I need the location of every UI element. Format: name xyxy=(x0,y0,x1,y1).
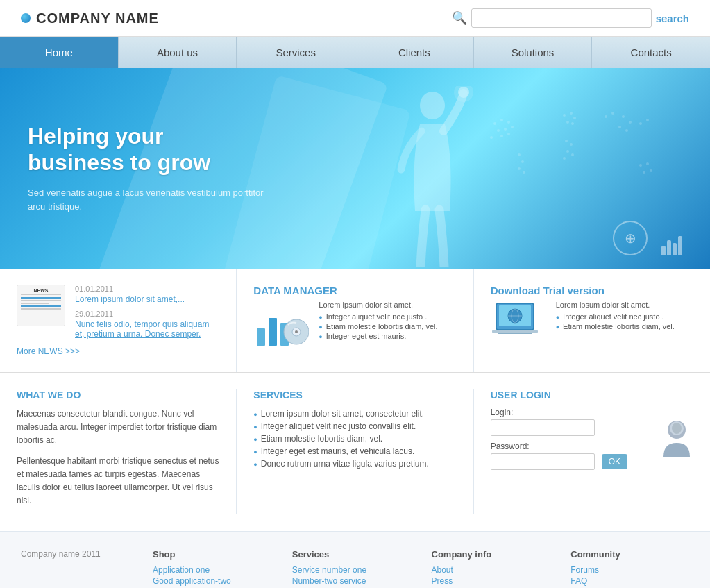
svg-point-35 xyxy=(521,160,524,163)
login-label: Login: xyxy=(491,408,653,417)
svg-point-18 xyxy=(570,143,573,146)
svg-point-33 xyxy=(643,171,645,174)
svg-point-0 xyxy=(420,92,445,119)
svg-point-4 xyxy=(500,119,503,121)
main-content: NEWS 01.01.2011 Lorem ipsum dolor sit am… xyxy=(0,269,710,588)
hero-bottom-icons: ⊕ xyxy=(613,221,682,255)
login-input[interactable] xyxy=(491,419,595,436)
footer-link[interactable]: FAQ xyxy=(570,576,689,586)
hero-content: Helping your business to grow Sed venena… xyxy=(0,102,291,235)
user-login-title: USER LOGIN xyxy=(491,389,693,401)
svg-point-11 xyxy=(507,133,510,135)
svg-point-24 xyxy=(622,115,625,118)
list-item: Integer eget est mauris, et vehicula lac… xyxy=(253,445,456,457)
nav-item-services[interactable]: Services xyxy=(237,37,355,68)
svg-point-27 xyxy=(625,129,628,132)
svg-point-53 xyxy=(672,423,682,434)
bar-chart-icon xyxy=(661,221,682,255)
footer-link[interactable]: Forums xyxy=(570,565,689,575)
search-button[interactable]: search xyxy=(656,12,689,24)
header: COMPANY NAME 🔍 search xyxy=(0,0,710,37)
footer-copy: Company name 2011 xyxy=(21,549,132,588)
what-we-do-para-2: Pellentesque habitant morbi tristique se… xyxy=(17,455,219,508)
svg-point-29 xyxy=(646,119,649,121)
footer: Company name 2011 Shop Application one G… xyxy=(0,532,710,588)
what-we-do-para-1: Maecenas consectetur blandit congue. Nun… xyxy=(17,408,219,448)
search-area: 🔍 search xyxy=(452,8,689,28)
svg-point-8 xyxy=(511,126,514,128)
footer-company-title: Company info xyxy=(432,549,550,560)
svg-point-25 xyxy=(629,121,632,124)
svg-point-16 xyxy=(571,122,574,125)
password-input[interactable] xyxy=(491,453,595,470)
svg-point-5 xyxy=(507,121,510,124)
three-col-section: NEWS 01.01.2011 Lorem ipsum dolor sit am… xyxy=(0,269,710,373)
news-paper-label: NEWS xyxy=(21,288,61,295)
svg-point-28 xyxy=(639,122,642,125)
svg-point-34 xyxy=(518,153,521,156)
svg-point-36 xyxy=(518,167,521,170)
svg-point-37 xyxy=(523,171,525,174)
search-icon: 🔍 xyxy=(452,10,467,26)
footer-link[interactable]: About xyxy=(432,565,550,575)
svg-point-31 xyxy=(646,162,649,165)
news-icon: NEWS xyxy=(17,285,65,326)
nav-item-solutions[interactable]: Solutions xyxy=(474,37,593,68)
target-icon: ⊕ xyxy=(613,221,648,255)
services-title: SERVICES xyxy=(253,389,456,401)
footer-link[interactable]: Service number one xyxy=(292,565,411,575)
footer-col-community: Community Forums FAQ Search tips Site ma… xyxy=(570,549,689,588)
footer-shop-title: Shop xyxy=(153,549,271,560)
services-block: SERVICES Lorem ipsum dolor sit amet, con… xyxy=(237,389,473,514)
svg-point-43 xyxy=(295,330,298,333)
svg-point-15 xyxy=(566,121,569,124)
nav-item-clients[interactable]: Clients xyxy=(355,37,474,68)
footer-link[interactable]: Press xyxy=(432,576,550,586)
svg-point-22 xyxy=(605,115,607,118)
footer-link[interactable]: Number-two service xyxy=(292,576,411,586)
services-list: Lorem ipsum dolor sit amet, consectetur … xyxy=(253,408,456,470)
news-more-link[interactable]: More NEWS >>> xyxy=(17,346,80,356)
footer-community-title: Community xyxy=(570,549,689,560)
footer-col-company: Company info About Press Partners Career… xyxy=(432,549,550,588)
logo-area: COMPANY NAME xyxy=(21,10,159,26)
list-item: Integer aliquet velit nec justo convalli… xyxy=(253,420,456,432)
svg-point-30 xyxy=(639,164,642,167)
svg-point-13 xyxy=(570,112,573,115)
footer-col-services: Services Service number one Number-two s… xyxy=(292,549,411,588)
download-icon xyxy=(491,301,546,345)
svg-point-12 xyxy=(563,114,566,117)
download-block: Download Trial version Lorem ipsum dolor… xyxy=(474,269,710,372)
footer-services-title: Services xyxy=(292,549,411,560)
password-row: OK xyxy=(491,453,653,470)
search-input[interactable] xyxy=(471,8,652,28)
footer-col-shop: Shop Application one Good application-tw… xyxy=(153,549,271,588)
data-manager-title: DATA MANAGER xyxy=(253,285,456,296)
logo-dot-icon xyxy=(21,13,31,23)
hero-banner: Helping your business to grow Sed venena… xyxy=(0,68,710,269)
list-item: Donec rutrum urna vitae ligula varius pr… xyxy=(253,457,456,470)
main-nav: Home About us Services Clients Solutions… xyxy=(0,37,710,68)
footer-link[interactable]: Good application-two xyxy=(153,576,271,586)
footer-link[interactable]: Application one xyxy=(153,565,271,575)
list-item: Lorem ipsum dolor sit amet, consectetur … xyxy=(253,408,456,420)
lower-three-col: WHAT WE DO Maecenas consectetur blandit … xyxy=(0,373,710,532)
hero-description: Sed venenatis augue a lacus venenatis ve… xyxy=(28,186,264,215)
svg-rect-38 xyxy=(257,328,265,346)
avatar xyxy=(660,419,693,460)
nav-item-contacts[interactable]: Contacts xyxy=(592,37,710,68)
data-manager-block: DATA MANAGER Lorem ipsum dolor sit amet. xyxy=(237,269,473,372)
svg-point-7 xyxy=(504,128,507,131)
svg-point-21 xyxy=(563,157,566,160)
download-title: Download Trial version xyxy=(491,285,693,296)
nav-item-about[interactable]: About us xyxy=(119,37,237,68)
svg-point-10 xyxy=(500,135,503,137)
list-item: Etiam molestie lobortis diam, vel. xyxy=(253,432,456,445)
login-form: Login: Password: OK xyxy=(491,408,653,470)
svg-rect-50 xyxy=(498,333,532,334)
nav-item-home[interactable]: Home xyxy=(0,37,119,68)
svg-point-14 xyxy=(573,117,576,119)
svg-rect-39 xyxy=(269,318,277,346)
ok-button[interactable]: OK xyxy=(602,454,627,469)
svg-point-23 xyxy=(611,112,614,115)
